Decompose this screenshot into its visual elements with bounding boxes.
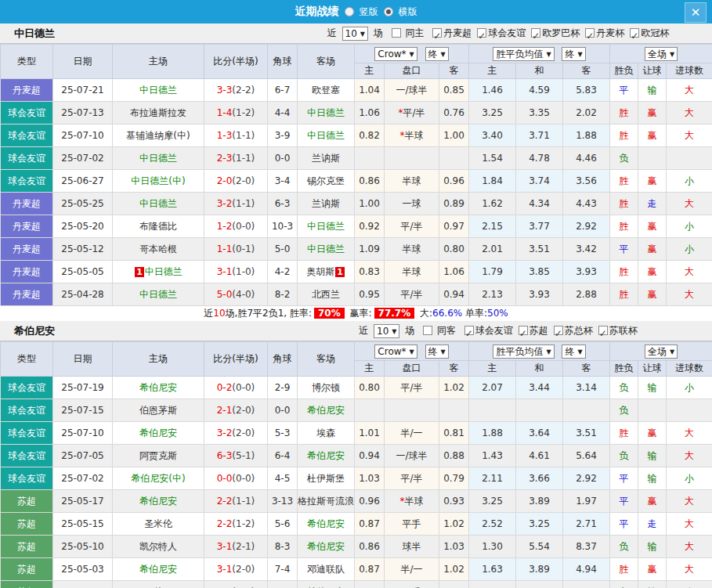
cell-mean-lose: 3.51: [563, 422, 610, 445]
cell-handicap: 平/半: [385, 215, 439, 238]
cell-mean-draw: 3.66: [516, 467, 563, 490]
col-mean-draw: 和: [516, 361, 563, 377]
cell-mean-draw: 4.78: [516, 147, 563, 170]
vertical-layout-radio[interactable]: [345, 7, 354, 16]
cell-away-team: 锡尔克堡: [298, 170, 355, 193]
cell-odds-away: 0.96: [439, 170, 469, 193]
cell-date: 25-07-15: [53, 399, 113, 422]
same-venue-checkbox[interactable]: [423, 326, 432, 335]
league-filter-checkbox[interactable]: [432, 28, 442, 38]
cell-odds-home: 0.94: [355, 445, 385, 467]
league-filter-checkbox[interactable]: [464, 326, 474, 335]
final-odds-select[interactable]: 终: [425, 345, 449, 359]
cell-date: 25-07-10: [53, 422, 113, 445]
cell-odds-away: 0.85: [439, 79, 469, 102]
final-mean-select[interactable]: 终: [562, 47, 585, 61]
cell-away-team: 兰讷斯: [298, 147, 355, 170]
cell-corner: 8-2: [268, 283, 298, 306]
col-wdl: 胜负: [610, 361, 638, 377]
league-filter-checkbox[interactable]: [477, 28, 486, 38]
league-filter-checkbox[interactable]: [598, 326, 608, 335]
vertical-layout-label[interactable]: 竖版: [360, 5, 378, 19]
cell-odds-home: 1.01: [355, 422, 385, 445]
match-row: 球会友谊25-07-15伯恩茅斯2-1(2-0)0-0希伯尼安负: [1, 399, 712, 422]
cell-mean-win: 3.25: [469, 102, 516, 124]
cell-score: 3-1(2-1): [204, 536, 268, 558]
final-odds-select[interactable]: 终: [425, 47, 449, 61]
cell-corner: 5-3: [268, 422, 298, 445]
league-filter-checkbox[interactable]: [554, 326, 563, 335]
near-label: 近: [327, 27, 337, 38]
league-filter-checkbox[interactable]: [630, 28, 639, 38]
cell-mean-draw: 3.74: [516, 170, 563, 193]
cell-corner: 3-9: [268, 124, 298, 147]
col-mean-win: 主: [469, 361, 516, 377]
cell-league-badge: 丹麦超: [1, 79, 53, 102]
horizontal-layout-radio[interactable]: [384, 7, 393, 16]
cell-result-goals: 大: [667, 490, 712, 513]
cell-mean-lose: 2.71: [563, 513, 610, 536]
cell-mean-win: 2.52: [469, 513, 516, 536]
cell-date: 25-07-19: [53, 377, 113, 399]
cell-mean-lose: 5.64: [563, 445, 610, 467]
cell-date: 25-05-17: [53, 490, 113, 513]
cell-score: 2-2(1-2): [204, 513, 268, 536]
cell-score: 5-0(4-0): [204, 283, 268, 306]
bookmaker-select[interactable]: Crow*: [374, 345, 417, 359]
cell-corner: 10-5: [268, 581, 298, 588]
match-row: 丹麦超25-05-12哥本哈根1-1(0-1)5-0中日德兰1.09半球0.80…: [1, 238, 712, 261]
cell-date: 25-05-10: [53, 536, 113, 558]
cell-result-goals: 大: [667, 422, 712, 445]
cell-mean-draw: 3.71: [516, 124, 563, 147]
cell-date: 25-07-13: [53, 102, 113, 124]
cell-mean-lose: 4.43: [563, 193, 610, 215]
recent-count-select[interactable]: 10: [342, 27, 368, 41]
col-type: 类型: [1, 45, 53, 79]
cell-corner: 6-7: [268, 79, 298, 102]
cell-mean-draw: 4.61: [516, 445, 563, 467]
same-venue-checkbox[interactable]: [392, 28, 401, 38]
cell-result-handicap: 赢: [638, 124, 667, 147]
league-filter-checkbox[interactable]: [531, 28, 540, 38]
col-mean-draw: 和: [516, 63, 563, 79]
fulltime-select[interactable]: 全场: [645, 47, 678, 61]
cell-score: 2-1(2-0): [204, 399, 268, 422]
bookmaker-select[interactable]: Crow*: [374, 47, 417, 61]
final-mean-select[interactable]: 终: [562, 345, 585, 359]
cell-result-goals: 大: [667, 536, 712, 558]
col-odds-away: 客: [439, 63, 469, 79]
summary-text: 66.6%: [432, 308, 462, 319]
league-filter-checkbox[interactable]: [519, 326, 528, 335]
wdl-mean-select[interactable]: 胜平负均值: [493, 47, 554, 61]
results-table: 类型 日期 主场 比分(半场) 角球 客场 Crow* 终 胜平负均值 终: [0, 44, 712, 306]
cell-odds-home: 0.86: [355, 170, 385, 193]
horizontal-layout-label[interactable]: 横版: [399, 5, 417, 19]
cell-result-goals: 大: [667, 102, 712, 124]
cell-home-team: 1中日德兰: [113, 261, 204, 283]
fulltime-select[interactable]: 全场: [645, 345, 678, 359]
col-goals-result: 进球数: [667, 63, 712, 79]
cell-result-wdl: 胜: [610, 102, 638, 124]
cell-mean-win: 1.62: [469, 193, 516, 215]
close-icon[interactable]: ✕: [685, 2, 707, 23]
cell-mean-lose: 1.88: [563, 124, 610, 147]
cell-date: 25-05-25: [53, 193, 113, 215]
section-header: 中日德兰 近 10 场 同主 丹麦超球会友谊欧罗巴杯丹麦杯欧冠杯: [0, 23, 712, 44]
cell-odds-home: 0.87: [355, 558, 385, 581]
cell-handicap: 平/半: [385, 467, 439, 490]
cell-home-team: 哥本哈根: [113, 238, 204, 261]
cell-score: 3-3(2-2): [204, 79, 268, 102]
cell-result-wdl: 胜: [610, 124, 638, 147]
section-header: 希伯尼安 近 10 场 同客 球会友谊苏超苏总杯苏联杯: [0, 321, 712, 341]
cell-mean-lose: 2.71: [563, 581, 610, 588]
cell-corner: 6-3: [268, 193, 298, 215]
cell-away-team: 中日德兰: [298, 215, 355, 238]
recent-count-select[interactable]: 10: [374, 324, 399, 338]
cell-odds-home: 0.95: [355, 283, 385, 306]
wdl-mean-select[interactable]: 胜平负均值: [493, 345, 554, 359]
league-filter-checkbox[interactable]: [585, 28, 595, 38]
cell-result-goals: 大: [667, 261, 712, 283]
league-filter-label: 球会友谊: [488, 27, 526, 38]
cell-mean-win: 1.88: [469, 422, 516, 445]
league-filter-label: 丹麦超: [443, 27, 472, 38]
